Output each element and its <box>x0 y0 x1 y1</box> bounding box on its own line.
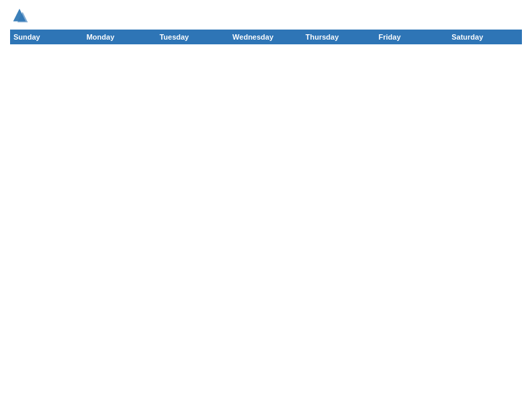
weekday-header-saturday: Saturday <box>449 30 522 44</box>
weekday-header-wednesday: Wednesday <box>230 30 303 44</box>
logo-icon <box>10 7 29 26</box>
weekday-header-row: SundayMondayTuesdayWednesdayThursdayFrid… <box>11 30 522 44</box>
page: SundayMondayTuesdayWednesdayThursdayFrid… <box>0 0 532 411</box>
calendar-table: SundayMondayTuesdayWednesdayThursdayFrid… <box>10 30 522 404</box>
weekday-header-tuesday: Tuesday <box>157 30 230 44</box>
weekday-header-monday: Monday <box>83 30 157 44</box>
weekday-header-friday: Friday <box>375 30 449 44</box>
header <box>10 7 522 26</box>
weekday-header-sunday: Sunday <box>11 30 84 44</box>
weekday-header-thursday: Thursday <box>302 30 375 44</box>
logo <box>10 7 32 26</box>
